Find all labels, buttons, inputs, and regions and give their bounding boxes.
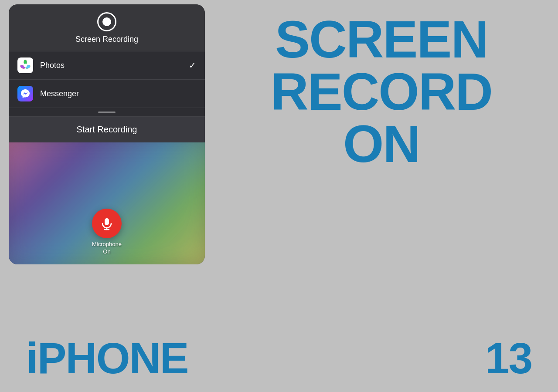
ios-control-panel: Screen Recording: [9, 4, 205, 264]
app-list: Photos ✓ Messenger: [9, 51, 205, 142]
headline-area: SCREEN RECORD ON: [214, 13, 549, 383]
recording-header: Screen Recording: [9, 4, 205, 51]
app-name-photos: Photos: [40, 61, 182, 70]
iphone-label: iPHONE: [26, 333, 188, 383]
record-icon-circle: [97, 12, 116, 31]
divider-line: [98, 112, 116, 113]
headline-line2: RECORD: [271, 65, 492, 118]
record-dot: [102, 17, 111, 26]
recording-title: Screen Recording: [75, 35, 138, 44]
bottom-text-area: iPHONE 13: [0, 333, 558, 383]
microphone-button[interactable]: [92, 209, 122, 238]
svg-point-6: [24, 64, 27, 67]
photos-icon: [17, 57, 33, 73]
headline-line1: SCREEN: [275, 13, 488, 65]
divider-row: [9, 108, 205, 117]
checkmark-photos: ✓: [189, 60, 196, 71]
app-name-messenger: Messenger: [40, 89, 196, 98]
version-label: 13: [485, 333, 532, 383]
svg-rect-7: [105, 218, 109, 225]
mic-container: Microphone On: [92, 209, 122, 256]
bottom-blur-area: Microphone On: [9, 142, 205, 264]
messenger-icon: [17, 86, 33, 101]
microphone-label: Microphone On: [92, 241, 122, 256]
list-item[interactable]: Photos ✓: [9, 51, 205, 80]
microphone-icon: [100, 216, 114, 230]
headline-line3: ON: [343, 118, 420, 170]
start-recording-button[interactable]: Start Recording: [9, 117, 205, 142]
list-item[interactable]: Messenger: [9, 80, 205, 108]
